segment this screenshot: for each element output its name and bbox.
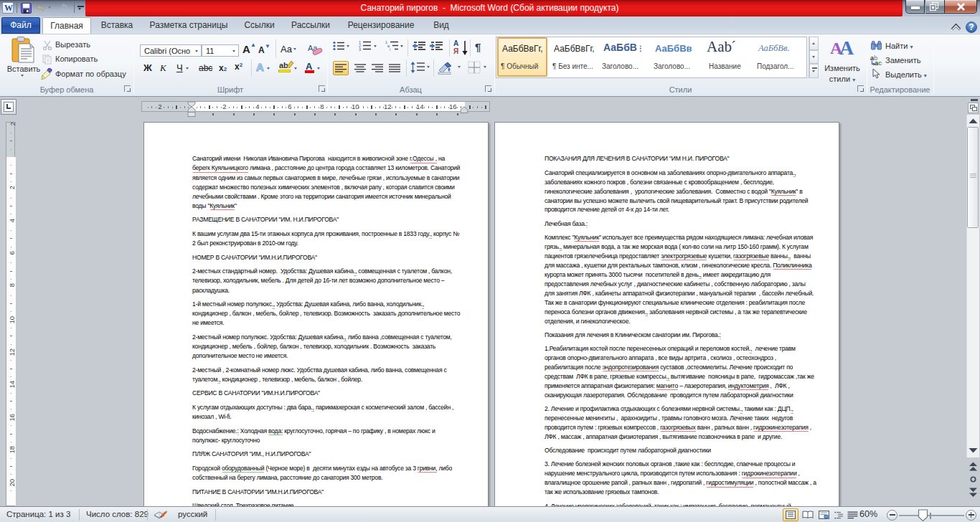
svg-text:i: i [390,47,390,51]
svg-text:3: 3 [359,47,361,51]
